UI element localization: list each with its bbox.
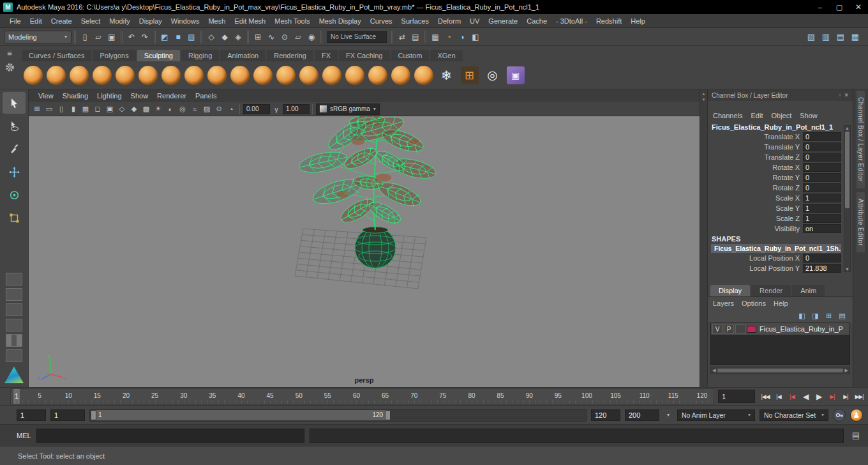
current-frame-field[interactable]: 1 [718,390,755,403]
strip-up-icon[interactable]: ▴ [703,91,705,96]
channel-value-field[interactable]: 1 [803,204,841,213]
maximize-button[interactable]: ▢ [830,0,849,14]
pinch-tool[interactable] [114,63,136,88]
relax-tool[interactable] [68,63,90,88]
channel-value-field[interactable]: 21.838 [803,264,841,273]
close-button[interactable]: ✕ [849,0,868,14]
layout-single-pane-button[interactable] [6,273,22,286]
gate-mask-icon[interactable]: ▮ [68,103,79,114]
dock-icon[interactable]: ▫ [839,92,841,98]
layer-menu-layers[interactable]: Layers [713,300,734,307]
panel-menu-show[interactable]: Show [126,92,153,100]
command-language-label[interactable]: MEL [17,432,31,439]
menu-mesh-tools[interactable]: Mesh Tools [270,17,314,25]
layer-list-hscrollbar[interactable]: ◀ ▶ [710,367,850,374]
move-layer-down-icon[interactable]: ◨ [810,311,821,321]
panel-menu-renderer[interactable]: Renderer [153,92,191,100]
shelf-tab-curves-surfaces[interactable]: Curves / Surfaces [22,50,91,61]
spray-tool[interactable] [183,63,205,88]
open-editor-icon[interactable]: ▤ [409,31,422,43]
range-slider-bar[interactable]: 1 120 [91,410,391,420]
channel-box-menu-show[interactable]: Show [800,112,818,121]
imprint-tool[interactable] [228,63,251,88]
rotate-tool-button[interactable] [3,184,26,206]
xray-icon[interactable]: ▨ [201,103,213,114]
move-layer-up-icon[interactable]: ◧ [797,311,807,321]
menu-select[interactable]: Select [77,17,105,25]
field-chart-icon[interactable]: ▦ [80,103,91,114]
paint-selection-tool-button[interactable] [3,138,26,160]
shelf-tab-fx-caching[interactable]: FX Caching [339,50,389,61]
time-slider[interactable]: 1 51015202530354045505560657075808590951… [10,388,714,404]
make-live-icon[interactable]: ◉ [305,31,318,43]
hscrollbar-thumb[interactable] [717,369,842,372]
plant-pot[interactable] [355,227,396,268]
anim-layer-dropdown[interactable]: No Anim Layer ▾ [677,409,755,421]
menu-create[interactable]: Create [47,17,77,25]
new-scene-icon[interactable]: ▯ [79,31,91,43]
menu-edit[interactable]: Edit [26,17,47,25]
auto-keyframe-button[interactable] [833,409,846,422]
channel-value-field[interactable]: 1 [803,214,841,223]
step-back-key-button[interactable]: |◀ [786,390,798,403]
snap-to-grid-icon[interactable]: ⊞ [251,31,264,43]
shelf-tab-animation[interactable]: Animation [220,50,266,61]
convert-to-frozen-tool[interactable]: ⊞ [458,63,481,88]
grab-tool[interactable] [91,63,113,88]
freeze-mask-tool[interactable] [412,63,435,88]
channel-value-field[interactable]: 0 [803,254,841,263]
scrollbar-thumb[interactable] [845,132,849,208]
sculpt-falloff-tool[interactable]: ◎ [481,63,504,88]
menu-edit-mesh[interactable]: Edit Mesh [230,17,270,25]
textured-mode-icon[interactable]: ▩ [140,103,152,114]
menu-curves[interactable]: Curves [366,17,397,25]
channel-value-field[interactable]: 0 [803,183,841,192]
channel-box-scrollbar[interactable]: ▲ ▼ [844,125,851,272]
menu-redshift[interactable]: Redshift [592,17,626,25]
use-all-lights-icon[interactable]: ☀ [153,103,164,114]
script-editor-icon[interactable]: ▤ [849,429,863,442]
menu-help[interactable]: Help [626,17,650,25]
open-scene-icon[interactable]: ▱ [92,31,105,43]
grid-toggle-icon[interactable]: ⊞ [31,103,43,114]
channel-box-menu-object[interactable]: Object [771,112,791,121]
layout-two-pane-stacked-button[interactable] [6,303,22,316]
safe-title-icon[interactable]: ▣ [104,103,116,114]
shelf-tab-xgen[interactable]: XGen [430,50,462,61]
shelf-tab-custom[interactable]: Custom [391,50,430,61]
layer-editor-toggle-icon[interactable]: ▤ [834,31,847,43]
plant-leaves[interactable] [297,116,438,227]
render-current-frame-icon[interactable]: ◔ [442,31,455,43]
select-joints-mask-icon[interactable]: ◈ [232,31,244,43]
go-to-end-button[interactable]: ▶▶| [853,390,865,403]
smear-tool[interactable] [343,63,366,88]
channel-value-field[interactable]: 1 [803,194,841,202]
gamma-field[interactable]: 1.00 [283,104,310,114]
scrape-tool[interactable] [274,63,297,88]
snap-to-point-icon[interactable]: ⊙ [278,31,291,43]
scroll-down-icon[interactable]: ▼ [845,267,849,271]
layout-two-pane-side-button[interactable] [6,288,22,301]
sculpt-tool[interactable] [22,63,44,88]
shelf-tab-sculpting[interactable]: Sculpting [137,50,180,61]
menu-mesh[interactable]: Mesh [204,17,230,25]
sculpt-objects-tool[interactable]: ▣ [504,63,527,88]
strip-down-icon[interactable]: ▾ [703,97,705,102]
modeling-toolkit-toggle-icon[interactable]: ▧ [805,31,818,43]
hscroll-left-icon[interactable]: ◀ [712,368,715,373]
command-input[interactable] [36,429,304,443]
playback-start-field[interactable]: 1 [50,409,85,421]
play-forwards-button[interactable]: ▶ [812,390,825,403]
menu-cache[interactable]: Cache [522,17,551,25]
channel-value-field[interactable]: on [803,224,841,233]
close-icon[interactable]: ✕ [844,92,849,98]
channel-box-menu-edit[interactable]: Edit [751,112,763,121]
panel-menu-panels[interactable]: Panels [191,92,221,100]
amplify-tool[interactable] [389,63,412,88]
menu-deform[interactable]: Deform [433,17,465,25]
minimize-button[interactable]: – [811,0,830,14]
exposure-icon[interactable]: ◔ [225,103,237,114]
layer-menu-help[interactable]: Help [774,300,788,307]
wireframe-mode-icon[interactable]: ◇ [116,103,128,114]
shelf-tab-polygons[interactable]: Polygons [93,50,135,61]
